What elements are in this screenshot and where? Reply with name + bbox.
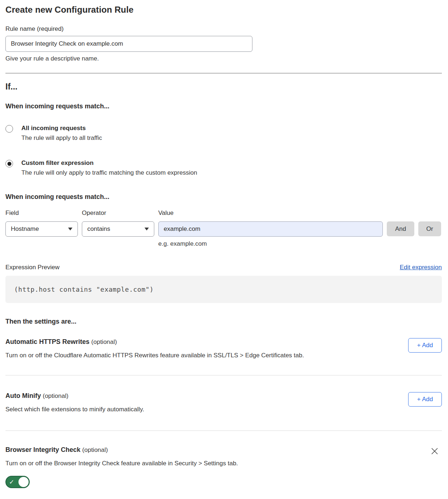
operator-select-value: contains: [87, 225, 110, 233]
add-auto-minify-button[interactable]: + Add: [408, 392, 442, 407]
setting-title: Auto Minify: [5, 392, 41, 399]
radio-label: Custom filter expression: [21, 159, 197, 167]
setting-description: Turn on or off the Browser Integrity Che…: [5, 460, 238, 467]
radio-option-texts: Custom filter expression The rule will o…: [21, 159, 197, 176]
or-button[interactable]: Or: [418, 221, 441, 236]
remove-setting-button[interactable]: [430, 447, 439, 456]
setting-divider: [5, 375, 442, 375]
value-input[interactable]: [158, 221, 383, 237]
edit-expression-link[interactable]: Edit expression: [400, 264, 442, 271]
then-settings-heading: Then the settings are...: [5, 318, 442, 325]
setting-optional-tag: (optional): [91, 338, 117, 345]
radio-option-texts: All incoming requests The rule will appl…: [21, 125, 102, 142]
check-icon: ✓: [9, 479, 14, 485]
setting-description: Turn on or off the Cloudflare Automatic …: [5, 352, 304, 359]
setting-title: Automatic HTTPS Rewrites: [5, 338, 89, 345]
add-automatic-https-rewrites-button[interactable]: + Add: [408, 338, 442, 353]
expression-preview-label: Expression Preview: [5, 264, 59, 271]
field-select-value: Hostname: [11, 225, 39, 233]
section-divider: [5, 73, 442, 74]
expression-preview-header: Expression Preview Edit expression: [5, 264, 442, 271]
expression-preview-code: (http.host contains "example.com"): [5, 276, 442, 303]
setting-texts: Browser Integrity Check (optional) Turn …: [5, 446, 238, 488]
page-title: Create new Configuration Rule: [5, 5, 442, 15]
radio-option-custom-filter[interactable]: Custom filter expression The rule will o…: [5, 159, 442, 176]
rule-name-label: Rule name (required): [5, 25, 442, 33]
rule-name-input[interactable]: [5, 36, 252, 52]
value-label: Value: [158, 209, 383, 217]
rule-name-help: Give your rule a descriptive name.: [5, 55, 442, 62]
setting-texts: Auto Minify (optional) Select which file…: [5, 392, 144, 413]
setting-title: Browser Integrity Check: [5, 446, 80, 453]
value-hint: e.g. example.com: [158, 240, 383, 248]
field-select[interactable]: Hostname: [5, 221, 78, 237]
radio-button-unchecked[interactable]: [5, 125, 13, 133]
setting-browser-integrity-check: Browser Integrity Check (optional) Turn …: [5, 446, 442, 488]
radio-label: All incoming requests: [21, 125, 102, 132]
operator-select[interactable]: contains: [82, 221, 154, 237]
field-label: Field: [5, 209, 78, 217]
setting-automatic-https-rewrites: Automatic HTTPS Rewrites (optional) Turn…: [5, 338, 442, 359]
setting-texts: Automatic HTTPS Rewrites (optional) Turn…: [5, 338, 304, 359]
close-icon: [430, 447, 439, 456]
radio-button-checked[interactable]: [5, 160, 13, 167]
toggle-knob: [18, 477, 29, 487]
builder-heading: When incoming requests match...: [5, 193, 442, 201]
and-button[interactable]: And: [387, 221, 414, 236]
setting-optional-tag: (optional): [43, 392, 68, 399]
operator-label: Operator: [82, 209, 154, 217]
if-heading: If...: [5, 82, 442, 92]
setting-divider: [5, 431, 442, 431]
setting-description: Select which file extensions to minify a…: [5, 406, 144, 413]
radio-description: The rule will apply to all traffic: [21, 134, 102, 142]
radio-option-all-requests[interactable]: All incoming requests The rule will appl…: [5, 125, 442, 142]
setting-auto-minify: Auto Minify (optional) Select which file…: [5, 392, 442, 413]
create-configuration-rule-form: Create new Configuration Rule Rule name …: [0, 0, 448, 495]
match-heading: When incoming requests match...: [5, 103, 442, 110]
radio-description: The rule will only apply to traffic matc…: [21, 169, 197, 176]
setting-optional-tag: (optional): [82, 446, 108, 453]
expression-builder-row: Field Operator Value Hostname contains A…: [5, 209, 442, 248]
chevron-down-icon: [145, 228, 149, 230]
browser-integrity-check-toggle[interactable]: ✓: [5, 476, 30, 488]
chevron-down-icon: [68, 228, 72, 230]
